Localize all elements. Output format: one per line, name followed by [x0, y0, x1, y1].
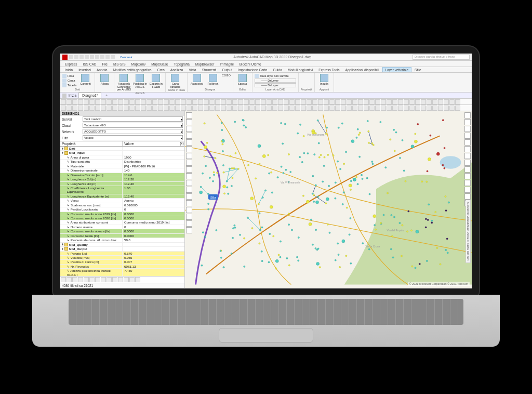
toolbar-icon[interactable] — [61, 106, 66, 111]
map-tool-icon[interactable] — [186, 119, 192, 125]
network-dropdown[interactable]: ACQUEDOTTO ▾ — [83, 129, 183, 134]
toolbar-icon[interactable] — [192, 106, 197, 111]
toolbar-row-2[interactable] — [60, 105, 472, 111]
menu-modifica-entità-geografica[interactable]: Modifica entità geografica — [111, 68, 154, 72]
classi-dropdown[interactable]: Tubazione H2O ▾ — [83, 123, 183, 128]
toolbar-icon[interactable] — [427, 99, 432, 104]
property-row[interactable]: ↳ Consumo medio utenza [l/s]0.0000 — [60, 229, 184, 233]
property-row[interactable]: ↳ Diametro nominale140 — [60, 168, 184, 173]
map-tool-icon[interactable] — [464, 126, 471, 132]
tab-stile[interactable]: Stile — [412, 68, 424, 72]
menu-output[interactable]: Output — [220, 68, 235, 72]
toolbar-icon[interactable] — [124, 106, 129, 111]
toolbar-icon[interactable] — [141, 99, 146, 104]
toolbar-icon[interactable] — [78, 106, 83, 111]
toolbar-icon[interactable] — [255, 106, 260, 111]
map-tool-icon[interactable] — [464, 160, 471, 166]
toolbar-icon[interactable] — [204, 99, 209, 104]
panel-tool-icon[interactable] — [112, 277, 117, 282]
toolbar-icon[interactable] — [455, 99, 460, 104]
toolbar-icon[interactable] — [358, 99, 363, 104]
toolbar-icon[interactable] — [381, 106, 386, 111]
toolbar-icon[interactable] — [312, 99, 317, 104]
property-row[interactable]: ↳ Coefficiente Lunghezza Equivalente1.00 — [60, 186, 184, 194]
toolbar-icon[interactable] — [169, 106, 175, 111]
property-row[interactable]: ↳ Nr. Reynolds6083.13 — [60, 265, 184, 269]
toolbar-icon[interactable] — [409, 99, 415, 104]
toolbar-icon[interactable] — [209, 106, 215, 111]
panel-tool-icon[interactable] — [118, 277, 123, 282]
menu-moduli-aggiuntivi[interactable]: Moduli aggiuntivi — [285, 68, 315, 72]
toolbar-icon[interactable] — [135, 99, 140, 104]
toolbar-icon[interactable] — [209, 99, 215, 104]
toolbar-icon[interactable] — [89, 99, 95, 104]
toolbar-icon[interactable] — [112, 99, 117, 104]
toolbar-icon[interactable] — [415, 99, 420, 104]
toolbar-icon[interactable] — [227, 106, 232, 111]
toolbar-icon[interactable] — [444, 99, 449, 104]
panel-tool-icon[interactable] — [107, 277, 112, 282]
toolbar-icon[interactable] — [272, 99, 277, 104]
toolbar-icon[interactable] — [72, 99, 77, 104]
map-tool-icon[interactable] — [464, 133, 471, 139]
map-tool-icon[interactable] — [186, 200, 192, 206]
tab-blocchi-utente[interactable]: Blocchi Utente — [237, 62, 264, 67]
tab-layer-vettoriale[interactable]: Layer vettoriale — [382, 67, 411, 72]
map-tools-left[interactable] — [186, 112, 192, 233]
document-tab[interactable]: Disegno1* — [78, 93, 101, 98]
ribbon-incolla[interactable]: Incolla — [317, 74, 331, 86]
toolbar-icon[interactable] — [267, 99, 272, 104]
toolbar-icon[interactable] — [364, 106, 369, 111]
ribbon-sposta[interactable]: Sposta — [235, 74, 250, 86]
property-row[interactable]: ↳ Lunghezza 3d [m]112.40 — [60, 182, 184, 186]
toolbar-icon[interactable] — [449, 99, 455, 104]
toolbar-icon[interactable] — [324, 99, 329, 104]
add-tab-button[interactable]: + — [103, 94, 110, 97]
map-tool-icon[interactable] — [464, 146, 471, 152]
toolbar-icon[interactable] — [432, 106, 437, 111]
home-icon[interactable] — [62, 94, 66, 98]
toolbar-icon[interactable] — [175, 106, 180, 111]
toolbar-icon[interactable] — [175, 99, 180, 104]
map-tool-icon[interactable] — [186, 214, 192, 220]
toolbar-icon[interactable] — [261, 99, 266, 104]
panel-tool-icon[interactable] — [89, 277, 95, 282]
toolbar-icon[interactable] — [238, 106, 243, 111]
toolbar-icon[interactable] — [118, 106, 123, 111]
toolbar-icon[interactable] — [289, 106, 295, 111]
ribbon-polilinea[interactable]: Polilinea — [206, 74, 220, 86]
toolbar-icon[interactable] — [187, 99, 192, 104]
toolbar-icon[interactable] — [255, 99, 260, 104]
toolbar-icon[interactable] — [284, 106, 289, 111]
toolbar-icon[interactable] — [112, 106, 117, 111]
ribbon-connetti[interactable]: Connetti — [78, 74, 92, 87]
map-tool-icon[interactable] — [186, 112, 192, 119]
toolbar-icon[interactable] — [204, 106, 209, 111]
map-tool-icon[interactable] — [186, 160, 192, 166]
property-row[interactable]: ↳ Portata [l/s]0.670 — [60, 252, 184, 256]
map-tool-icon[interactable] — [186, 139, 192, 146]
toolbar-icon[interactable] — [329, 99, 335, 104]
panel-tool-icon[interactable] — [135, 277, 140, 282]
property-row[interactable]: ↳ Perdita Localizzata0 — [60, 207, 184, 212]
panel-tool-icon[interactable] — [78, 277, 83, 282]
ribbon-esporta-in-fgdb[interactable]: Esporta in FGDB — [149, 74, 163, 91]
toolbar-icon[interactable] — [72, 106, 77, 111]
property-row[interactable]: ↳ Tipo condottaDistributrice — [60, 160, 184, 164]
toolbar-icon[interactable] — [232, 99, 237, 104]
toolbar-icon[interactable] — [152, 106, 157, 111]
map-tool-icon[interactable] — [464, 153, 471, 159]
toolbar-icon[interactable] — [221, 106, 226, 111]
menu-inserisci[interactable]: Inserisci — [76, 68, 94, 72]
toolbar-icon[interactable] — [364, 99, 369, 104]
quick-access-toolbar[interactable] — [69, 55, 115, 59]
tab-mapdbase[interactable]: MapDBase — [149, 62, 170, 67]
toolbar-icon[interactable] — [89, 106, 95, 111]
toolbar-icon[interactable] — [141, 106, 146, 111]
toolbar-icon[interactable] — [387, 106, 392, 111]
menu-applicazioni-disponibili[interactable]: Applicazioni disponibili — [343, 68, 382, 72]
toolbar-icon[interactable] — [455, 106, 460, 111]
toolbar-icon[interactable] — [278, 106, 283, 111]
toolbar-icon[interactable] — [318, 106, 323, 111]
toolbar-icon[interactable] — [421, 99, 426, 104]
